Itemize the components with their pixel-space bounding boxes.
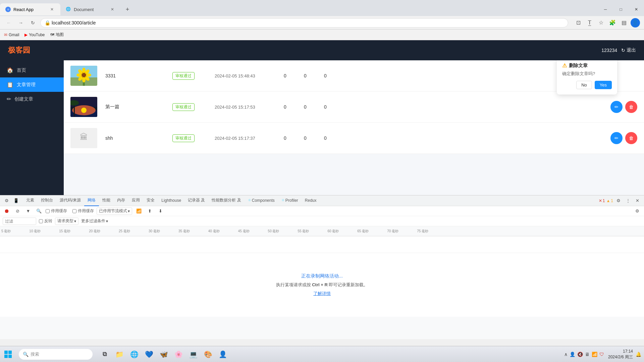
taskbar-chevron-icon[interactable]: ∧ (564, 352, 568, 357)
recording-hint: 执行某项请求或按 Ctrl + R 即可记录重新加载。 (276, 282, 368, 288)
tab-source[interactable]: 源代码/来源 (56, 195, 84, 206)
tab-application[interactable]: 应用 (128, 195, 143, 206)
reverse-checkbox[interactable] (39, 219, 43, 223)
error-count-red: ✕ 1 (599, 198, 605, 203)
devtools-more-icon[interactable]: ⋮ (624, 197, 632, 205)
delete-no-button[interactable]: No (576, 81, 592, 89)
taskbar-user-icon[interactable]: 👤 (570, 352, 575, 357)
logout-button[interactable]: ↻ 退出 (621, 47, 636, 53)
articles-panel: 3331 审核通过 2024-02-05 15:48:43 0 0 0 ⚠ 删除… (64, 60, 644, 154)
taskbar-app-user[interactable]: 👤 (216, 348, 229, 361)
tab-close-doc[interactable]: ✕ (109, 6, 115, 12)
delete-button-2[interactable]: 🗑 (625, 101, 637, 113)
disable-cache-checkbox[interactable] (72, 209, 76, 213)
taskbar-clock[interactable]: 17:14 2024/2/6 周三 (608, 349, 633, 360)
request-type-select[interactable]: 请求类型 ▾ (55, 218, 78, 225)
svg-text:🏛: 🏛 (80, 132, 88, 141)
disable-cache-label[interactable]: 停用缓存 (72, 208, 94, 214)
settings-right-icon[interactable]: ⚙ (633, 207, 641, 215)
address-bar[interactable]: 🔒 localhost:3000/article (40, 18, 568, 27)
tab-lighthouse[interactable]: Lighthouse (158, 195, 184, 206)
devtools-close-icon[interactable]: ✕ (633, 197, 641, 205)
clear-button[interactable]: ⊘ (13, 207, 21, 215)
taskbar-app-vscode[interactable]: 💻 (186, 348, 200, 361)
more-filters-button[interactable]: 更多过滤条件 ▾ (81, 218, 108, 224)
taskbar-search[interactable]: 🔍 搜索 (19, 349, 93, 360)
status-badge-2: 审核通过 (172, 103, 195, 111)
tab-security[interactable]: 安全 (143, 195, 158, 206)
taskbar-app-palette[interactable]: 🎨 (201, 348, 215, 361)
taskbar-mute-icon[interactable]: 🔇 (577, 352, 583, 357)
sidebar-icon[interactable]: ▤ (619, 18, 629, 27)
sidebar-item-home[interactable]: 🏠 首页 (0, 63, 64, 77)
preserve-log-checkbox[interactable] (46, 209, 50, 213)
search-button[interactable]: 🔍 (35, 207, 43, 215)
minimize-button[interactable]: ─ (598, 4, 613, 15)
forward-button[interactable]: → (16, 18, 25, 27)
profile-icon[interactable]: 👤 (631, 18, 640, 27)
taskbar-monitor-icon[interactable]: 🖥 (585, 352, 590, 357)
upload-icon[interactable]: ⬆ (146, 207, 154, 215)
taskbar-app-explorer[interactable]: 📁 (113, 348, 126, 361)
edit-button-3[interactable]: ✏ (610, 132, 623, 144)
close-window-button[interactable]: ✕ (629, 4, 644, 15)
notification-icon[interactable]: 🔔 (636, 352, 641, 357)
tab-console[interactable]: 控制台 (38, 195, 56, 206)
wifi-icon[interactable]: 📶 (135, 207, 143, 215)
reverse-label[interactable]: 反转 (39, 218, 52, 224)
record-button[interactable]: ⏺ (3, 207, 11, 215)
bookmark-youtube[interactable]: ▶ YouTube (24, 33, 45, 37)
tab-redux[interactable]: Redux (302, 195, 320, 206)
tab-react-app[interactable]: ⚛ React App ✕ (0, 3, 60, 15)
refresh-button[interactable]: ↻ (28, 18, 38, 27)
tab-document[interactable]: 🌐 Document ✕ (60, 3, 121, 15)
start-button[interactable] (0, 346, 16, 362)
address-text: localhost:3000/article (52, 20, 564, 25)
filter-input[interactable] (3, 218, 36, 225)
bookmark-maps[interactable]: 🗺 地图 (50, 32, 64, 38)
bookmark-star-icon[interactable]: ☆ (596, 18, 606, 27)
tab-profiler[interactable]: ⚛ Profiler (278, 195, 302, 206)
filter-icon[interactable]: ▼ (24, 207, 32, 215)
taskbar-app-butterfly[interactable]: 🦋 (157, 348, 170, 361)
tab-network[interactable]: 网络 (84, 195, 99, 206)
tab-components[interactable]: ⚛ Components (245, 195, 278, 206)
download-icon[interactable]: ⬇ (156, 207, 164, 215)
edit-button-2[interactable]: ✏ (610, 101, 623, 113)
new-tab-button[interactable]: + (122, 4, 133, 15)
maximize-button[interactable]: □ (613, 4, 629, 15)
bookmark-gmail[interactable]: ✉ Gmail (4, 33, 19, 37)
sidebar-item-articles[interactable]: 📋 文章管理 (0, 77, 64, 92)
taskbar-network-icon[interactable]: 📶 (592, 352, 597, 357)
devtools-settings-icon[interactable]: ⚙ (614, 197, 623, 205)
delete-button-3[interactable]: 🗑 (625, 132, 637, 144)
screen-cast-icon[interactable]: ⊡ (574, 18, 583, 27)
translate-icon[interactable]: T̲ (585, 18, 594, 27)
devtools-toolbar-2: 反转 请求类型 ▾ 更多过滤条件 ▾ (0, 216, 644, 226)
tab-performance[interactable]: 性能 (99, 195, 114, 206)
extension-icon[interactable]: 🧩 (608, 18, 617, 27)
article-comments-1: 0 (295, 73, 315, 78)
tab-close-react[interactable]: ✕ (49, 6, 55, 12)
maps-label: 地图 (56, 32, 64, 38)
taskbar-app-multidesktop[interactable]: ⧉ (98, 348, 111, 361)
sidebar-item-create[interactable]: ✏ 创建文章 (0, 92, 64, 106)
back-button[interactable]: ← (4, 18, 13, 27)
tick-45: 45 毫秒 (238, 229, 250, 234)
throttle-select[interactable]: 已停用节流模式 ▾ (97, 207, 132, 215)
tab-elements[interactable]: 元素 (23, 195, 38, 206)
tick-70: 70 毫秒 (387, 229, 398, 234)
taskbar-app-edge-blue[interactable]: 💙 (142, 348, 156, 361)
taskbar-app-edge[interactable]: 🌐 (127, 348, 141, 361)
svg-rect-23 (4, 355, 8, 358)
tab-memory[interactable]: 内存 (114, 195, 128, 206)
tab-perf-data[interactable]: 性能数据分析 及 (208, 195, 244, 206)
tab-recorder[interactable]: 记录器 及 (184, 195, 208, 206)
preserve-log-label[interactable]: 停用缓存 (46, 208, 67, 214)
devtools-inspect-icon[interactable]: ⚙ (3, 197, 11, 205)
devtools-device-icon[interactable]: 📱 (12, 197, 20, 205)
learn-more-link[interactable]: 了解详情 (313, 291, 331, 297)
delete-yes-button[interactable]: Yes (595, 81, 612, 89)
taskbar-shield-icon[interactable]: 🛡 (599, 352, 604, 357)
taskbar-app-flower[interactable]: 🌸 (172, 348, 185, 361)
